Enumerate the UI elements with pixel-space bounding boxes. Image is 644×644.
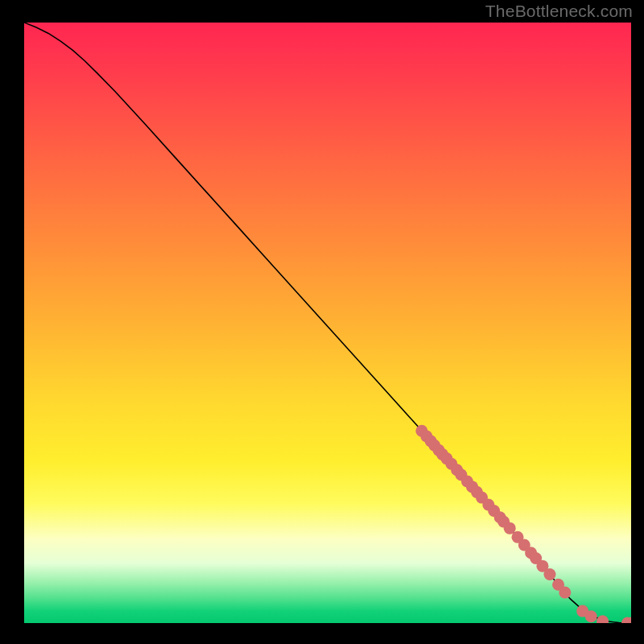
data-point [559, 586, 571, 598]
bottleneck-curve [24, 23, 631, 623]
data-markers [415, 425, 631, 623]
plot-area [24, 23, 631, 623]
chart-overlay [24, 23, 631, 623]
chart-stage: TheBottleneck.com [0, 0, 644, 644]
watermark-text: TheBottleneck.com [485, 2, 633, 21]
data-point [543, 568, 555, 580]
data-point [597, 615, 609, 623]
data-point [585, 610, 597, 622]
